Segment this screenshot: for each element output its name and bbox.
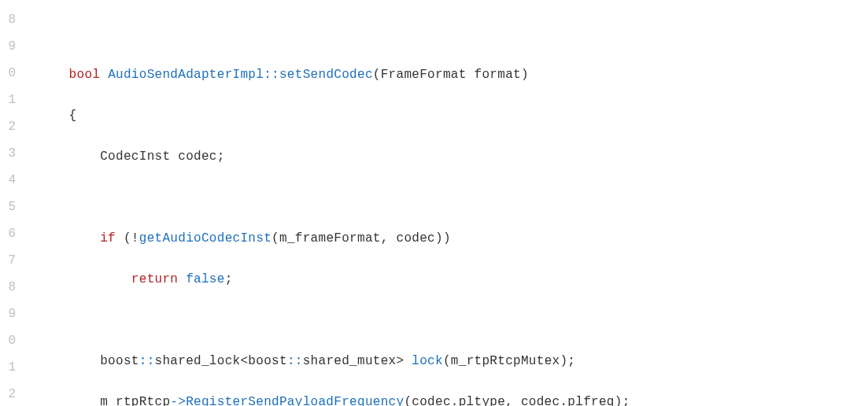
- code-line: if (!getAudioCodecInst(m_frameFormat, co…: [38, 225, 868, 252]
- args: (codec.pltype, codec.plfreq);: [404, 395, 630, 406]
- class-name: AudioSendAdapterImpl: [108, 68, 264, 82]
- paren-open: (: [373, 68, 381, 82]
- type-name: CodecInst: [100, 149, 170, 164]
- line-number: 0: [0, 60, 22, 87]
- line-number: 9: [0, 301, 22, 327]
- keyword-bool: bool: [69, 68, 101, 82]
- literal-false: false: [186, 272, 225, 286]
- line-number: 3: [0, 140, 22, 167]
- paren-close: ): [521, 68, 529, 82]
- keyword-return: return: [131, 272, 178, 286]
- code-line: return false;: [38, 266, 868, 293]
- line-number: 6: [0, 220, 22, 247]
- line-number: 4: [0, 167, 22, 194]
- space: [178, 272, 186, 286]
- args: (m_frameFormat, codec)): [271, 231, 451, 245]
- line-number: 0: [0, 327, 22, 354]
- line-number-gutter: 8 9 0 1 2 3 4 5 6 7 8 9 0 1 2: [0, 0, 22, 406]
- param-type: FrameFormat: [381, 68, 467, 82]
- arrow-operator: ->: [170, 395, 186, 406]
- code-line: [38, 307, 868, 334]
- semicolon: ;: [225, 272, 233, 286]
- param-name: format: [467, 68, 521, 82]
- line-number: 8: [0, 6, 22, 33]
- line-number: 7: [0, 247, 22, 274]
- line-number: 1: [0, 354, 22, 381]
- member-var: m_rtpRtcp: [38, 395, 170, 406]
- code-line: boost::shared_lock<boost::shared_mutex> …: [38, 348, 868, 375]
- line-number: 2: [0, 113, 22, 140]
- method-name: setSendCodec: [279, 68, 373, 82]
- code-line: [38, 184, 868, 211]
- indent: [38, 272, 131, 286]
- punct: (!: [116, 231, 139, 245]
- code-line: bool AudioSendAdapterImpl::setSendCodec(…: [38, 61, 868, 88]
- line-number: 5: [0, 194, 22, 220]
- code-line: [38, 20, 868, 47]
- indent: [38, 231, 100, 245]
- args: (m_rtpRtcpMutex);: [443, 354, 575, 368]
- code-editor[interactable]: bool AudioSendAdapterImpl::setSendCodec(…: [22, 0, 868, 406]
- code-line: {: [38, 102, 868, 129]
- template-type: shared_lock<boost: [155, 354, 287, 368]
- line-number: 8: [0, 274, 22, 301]
- code-line: m_rtpRtcp->RegisterSendPayloadFrequency(…: [38, 389, 868, 406]
- scope-operator: ::: [264, 68, 279, 82]
- variable-decl: codec;: [170, 149, 224, 164]
- line-number: 2: [0, 381, 22, 406]
- function-call: getAudioCodecInst: [139, 231, 271, 245]
- line-number: 1: [0, 87, 22, 113]
- code-line: CodecInst codec;: [38, 143, 868, 170]
- method-call: RegisterSendPayloadFrequency: [186, 395, 404, 406]
- constructor-call: lock: [412, 354, 443, 368]
- line-number: 9: [0, 33, 22, 60]
- scope-operator: ::: [139, 354, 155, 368]
- namespace: boost: [38, 354, 139, 368]
- template-close: shared_mutex>: [303, 354, 412, 368]
- indent: [38, 149, 100, 164]
- keyword-if: if: [100, 231, 116, 245]
- scope-operator: ::: [287, 354, 303, 368]
